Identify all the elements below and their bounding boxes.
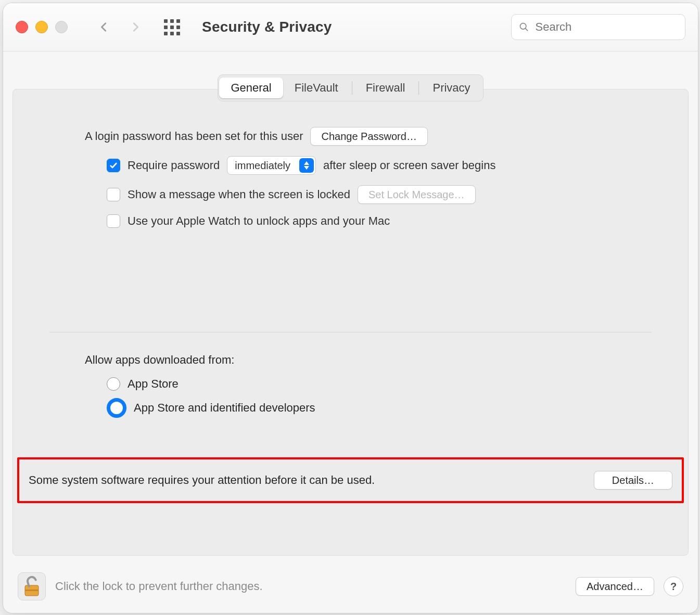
- back-button[interactable]: [94, 17, 114, 37]
- show-message-label: Show a message when the screen is locked: [128, 188, 350, 201]
- tab-firewall[interactable]: Firewall: [354, 78, 417, 98]
- attention-highlight: Some system software requires your atten…: [17, 457, 684, 503]
- require-password-delay-value: immediately: [227, 160, 298, 172]
- allow-apps-title: Allow apps downloaded from:: [85, 353, 620, 367]
- zoom-window-button: [55, 21, 68, 33]
- preferences-window: Security & Privacy General FileVault Fir…: [3, 3, 698, 613]
- grid-icon: [164, 19, 180, 35]
- window-title: Security & Privacy: [202, 19, 332, 35]
- set-lock-message-button: Set Lock Message…: [358, 185, 476, 204]
- svg-point-0: [520, 23, 526, 29]
- toolbar: Security & Privacy: [3, 3, 698, 52]
- require-password-label: Require password: [128, 159, 220, 172]
- chevron-left-icon: [98, 21, 110, 33]
- check-icon: [109, 161, 118, 170]
- login-password-label: A login password has been set for this u…: [85, 130, 303, 143]
- select-stepper-icon: [299, 158, 314, 173]
- tab-bar: General FileVault Firewall Privacy: [218, 74, 483, 101]
- forward-button: [125, 17, 146, 37]
- allow-appstore-radio[interactable]: [107, 377, 120, 391]
- svg-marker-2: [304, 161, 309, 165]
- allow-appstore-identified-radio[interactable]: [107, 398, 126, 418]
- chevron-right-icon: [130, 21, 141, 33]
- show-all-button[interactable]: [161, 17, 182, 37]
- search-input[interactable]: [534, 20, 678, 34]
- allow-appstore-identified-label: App Store and identified developers: [134, 401, 315, 415]
- attention-message: Some system software requires your atten…: [29, 473, 583, 487]
- require-password-delay-select[interactable]: immediately: [227, 156, 316, 175]
- apple-watch-label: Use your Apple Watch to unlock apps and …: [128, 214, 390, 228]
- lock-button[interactable]: [18, 572, 46, 600]
- advanced-button[interactable]: Advanced…: [576, 577, 654, 596]
- search-icon: [519, 21, 529, 33]
- apple-watch-checkbox[interactable]: [107, 214, 120, 228]
- content-area: General FileVault Firewall Privacy A log…: [3, 52, 698, 565]
- footer: Click the lock to prevent further change…: [3, 565, 698, 613]
- svg-line-1: [525, 28, 528, 31]
- tab-filevault[interactable]: FileVault: [283, 78, 350, 98]
- minimize-window-button[interactable]: [35, 21, 48, 33]
- details-button[interactable]: Details…: [594, 471, 672, 490]
- tab-general[interactable]: General: [219, 78, 283, 98]
- divider: [49, 332, 652, 332]
- tab-privacy[interactable]: Privacy: [421, 78, 481, 98]
- svg-rect-5: [25, 590, 39, 591]
- require-password-checkbox[interactable]: [107, 159, 120, 172]
- search-field[interactable]: [511, 14, 685, 40]
- window-controls: [16, 21, 68, 33]
- show-message-checkbox[interactable]: [107, 188, 120, 201]
- close-window-button[interactable]: [16, 21, 28, 33]
- allow-appstore-label: App Store: [128, 377, 179, 391]
- help-button[interactable]: ?: [664, 576, 683, 596]
- change-password-button[interactable]: Change Password…: [310, 127, 427, 146]
- require-password-suffix: after sleep or screen saver begins: [323, 159, 495, 172]
- unlocked-lock-icon: [23, 576, 40, 597]
- lock-hint-text: Click the lock to prevent further change…: [55, 580, 263, 593]
- svg-marker-3: [304, 166, 309, 170]
- general-panel: A login password has been set for this u…: [12, 89, 689, 556]
